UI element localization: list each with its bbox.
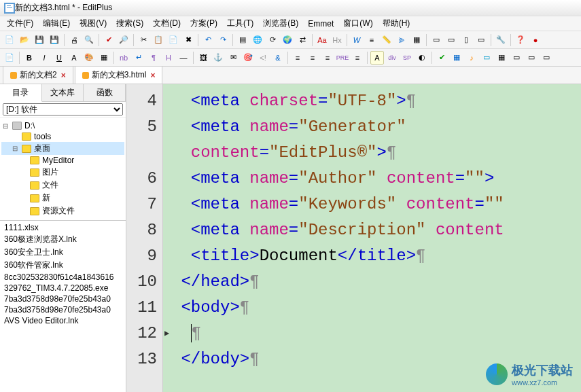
entity-button[interactable]: &	[271, 51, 285, 65]
font-aa-button[interactable]: Aa	[315, 33, 329, 47]
panel-button[interactable]: ▯	[459, 33, 473, 47]
undo-button[interactable]: ↶	[201, 33, 215, 47]
tree-item[interactable]: ⊟桌面	[1, 142, 124, 155]
globe-button[interactable]: 🌍	[281, 33, 294, 47]
check-button[interactable]: ✔	[435, 51, 448, 65]
bold-button[interactable]: B	[22, 51, 36, 65]
align-center-button[interactable]: ≡	[306, 51, 319, 65]
textcolor-button[interactable]: A	[370, 51, 384, 65]
sidebar-tab-cliptext[interactable]: 文本库	[42, 84, 84, 101]
file-item[interactable]: 360安全卫士.lnk	[1, 246, 124, 259]
search-button[interactable]: 🔎	[117, 33, 130, 47]
underline-button[interactable]: U	[52, 51, 66, 65]
menu-project[interactable]: 方案(P)	[186, 16, 222, 31]
media3-button[interactable]: ▭	[480, 51, 493, 65]
tree-item[interactable]: MyEditor	[1, 155, 124, 166]
columns-button[interactable]: ⫸	[395, 33, 408, 47]
drive-dropdown[interactable]: [D:] 软件	[3, 103, 123, 115]
hr-button[interactable]: —	[177, 51, 190, 65]
script-button[interactable]: ▭	[540, 51, 553, 65]
close-icon[interactable]: ×	[61, 71, 66, 80]
media1-button[interactable]: ▦	[450, 51, 463, 65]
file-item[interactable]: 360极速浏览器X.lnk	[1, 233, 124, 246]
menu-window[interactable]: 窗口(W)	[339, 16, 376, 31]
input-button[interactable]: ▭	[525, 51, 538, 65]
table-button[interactable]: ▦	[495, 51, 508, 65]
image-button[interactable]: 🖼	[196, 51, 210, 65]
file-item[interactable]: 7ba3d3758d98e70fe25b43a0	[1, 304, 124, 315]
list-button[interactable]: ≡	[351, 51, 364, 65]
comment-button[interactable]: <!	[256, 51, 270, 65]
file-item[interactable]: 360软件管家.lnk	[1, 259, 124, 272]
paste-button[interactable]: 📄	[166, 33, 180, 47]
para-button[interactable]: ¶	[147, 51, 160, 65]
color-picker-button[interactable]: ▦	[97, 51, 111, 65]
span-button[interactable]: SP	[400, 51, 414, 65]
lines-button[interactable]: ≡	[365, 33, 378, 47]
world-button[interactable]: 🌐	[251, 33, 264, 47]
style-button[interactable]: ◐	[415, 51, 429, 65]
tab-doc3[interactable]: 新的文档3.html ×	[75, 66, 163, 84]
help-button[interactable]: ❓	[514, 33, 527, 47]
nbsp-button[interactable]: nb	[117, 51, 130, 65]
align-right-button[interactable]: ≡	[321, 51, 334, 65]
save-button[interactable]: 💾	[33, 33, 46, 47]
font-color-button[interactable]: 🎨	[82, 51, 96, 65]
sidebar-tab-directory[interactable]: 目录	[0, 84, 42, 102]
spellcheck-button[interactable]: ✔	[102, 33, 116, 47]
menu-file[interactable]: 文件(F)	[3, 16, 37, 31]
italic-button[interactable]: I	[37, 51, 51, 65]
record-button[interactable]: ●	[529, 33, 542, 47]
align-left-button[interactable]: ≡	[291, 51, 304, 65]
heading-button[interactable]: H	[162, 51, 175, 65]
code-button[interactable]: ▤	[236, 33, 249, 47]
target-button[interactable]: 🎯	[241, 51, 255, 65]
break-button[interactable]: ↵	[132, 51, 145, 65]
menu-browser[interactable]: 浏览器(B)	[259, 16, 302, 31]
save-all-button[interactable]: 💾	[48, 33, 61, 47]
tree-item[interactable]: 新	[1, 192, 124, 204]
redo-button[interactable]: ↷	[216, 33, 230, 47]
file-item[interactable]: 7ba3d3758d98e70fe25b43a0	[1, 293, 124, 304]
file-item[interactable]: 8cc302532830f61c4a1843616	[1, 272, 124, 283]
copy-button[interactable]: 📋	[152, 33, 165, 47]
code-editor[interactable]: 45678910111213 <meta charset="UTF-8">¶ <…	[126, 84, 581, 392]
grid-button[interactable]: ▦	[410, 33, 423, 47]
cut-button[interactable]: ✂	[137, 33, 150, 47]
form-button[interactable]: ▭	[510, 51, 523, 65]
close-icon[interactable]: ×	[150, 71, 155, 80]
delete-button[interactable]: ✖	[181, 33, 195, 47]
menu-help[interactable]: 帮助(H)	[378, 16, 415, 31]
menu-tools[interactable]: 工具(T)	[223, 16, 258, 31]
tree-item[interactable]: tools	[1, 131, 124, 142]
tab-doc2[interactable]: 新的文档2 ×	[3, 66, 73, 84]
menu-view[interactable]: 视图(V)	[75, 16, 111, 31]
menu-edit[interactable]: 编辑(E)	[39, 16, 74, 31]
new-file-button[interactable]: 📄	[3, 33, 16, 47]
refresh-button[interactable]: ⟳	[266, 33, 279, 47]
hex-button[interactable]: Hx	[330, 33, 344, 47]
tree-item[interactable]: 文件	[1, 179, 124, 192]
wrap-button[interactable]: W	[350, 33, 364, 47]
tool-button[interactable]: 🔧	[494, 33, 508, 47]
menu-document[interactable]: 文档(D)	[149, 16, 185, 31]
doc-button[interactable]: 📄	[3, 51, 16, 65]
anchor-button[interactable]: ⚓	[211, 51, 225, 65]
code-content[interactable]: <meta charset="UTF-8">¶ <meta name="Gene…	[163, 84, 581, 392]
open-button[interactable]: 📂	[18, 33, 31, 47]
tree-item[interactable]: ⊟D:\	[1, 120, 124, 131]
tree-item[interactable]: 资源文件	[1, 204, 124, 217]
mail-button[interactable]: ✉	[226, 51, 240, 65]
menu-search[interactable]: 搜索(S)	[112, 16, 147, 31]
window3-button[interactable]: ▭	[474, 33, 488, 47]
menu-emmet[interactable]: Emmet	[304, 18, 338, 30]
font-face-button[interactable]: A	[67, 51, 81, 65]
div-button[interactable]: div	[385, 51, 399, 65]
ruler-button[interactable]: 📏	[380, 33, 393, 47]
file-item[interactable]: AVS Video Editor.lnk	[1, 315, 124, 326]
tree-item[interactable]: 图片	[1, 166, 124, 179]
window1-button[interactable]: ▭	[429, 33, 443, 47]
sidebar-tab-functions[interactable]: 函数	[84, 84, 126, 101]
file-item[interactable]: 1111.xlsx	[1, 222, 124, 233]
window2-button[interactable]: ▭	[444, 33, 458, 47]
